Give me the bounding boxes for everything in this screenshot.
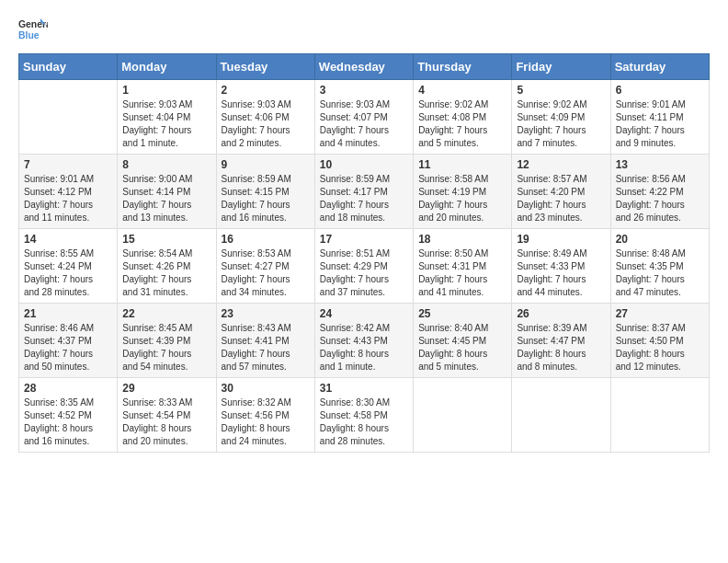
calendar-cell: 7Sunrise: 9:01 AM Sunset: 4:12 PM Daylig…	[19, 155, 118, 229]
calendar-cell: 6Sunrise: 9:01 AM Sunset: 4:11 PM Daylig…	[610, 80, 709, 155]
day-info: Sunrise: 8:35 AM Sunset: 4:52 PM Dayligh…	[24, 396, 112, 448]
day-info: Sunrise: 9:03 AM Sunset: 4:04 PM Dayligh…	[122, 98, 210, 150]
day-number: 22	[122, 307, 210, 320]
day-number: 17	[320, 233, 408, 246]
day-number: 8	[122, 158, 210, 171]
day-of-week-header: Saturday	[610, 54, 709, 80]
day-number: 30	[222, 382, 310, 395]
calendar-cell: 27Sunrise: 8:37 AM Sunset: 4:50 PM Dayli…	[610, 304, 709, 378]
day-info: Sunrise: 9:03 AM Sunset: 4:06 PM Dayligh…	[222, 98, 310, 150]
calendar-cell: 19Sunrise: 8:49 AM Sunset: 4:33 PM Dayli…	[512, 229, 610, 304]
calendar-week-row: 1Sunrise: 9:03 AM Sunset: 4:04 PM Daylig…	[19, 80, 710, 155]
day-info: Sunrise: 9:03 AM Sunset: 4:07 PM Dayligh…	[320, 98, 408, 150]
day-info: Sunrise: 8:55 AM Sunset: 4:24 PM Dayligh…	[24, 247, 112, 299]
calendar-cell	[610, 378, 709, 453]
calendar-week-row: 21Sunrise: 8:46 AM Sunset: 4:37 PM Dayli…	[19, 304, 710, 378]
day-info: Sunrise: 8:43 AM Sunset: 4:41 PM Dayligh…	[222, 322, 310, 373]
calendar-table: SundayMondayTuesdayWednesdayThursdayFrid…	[18, 53, 710, 453]
day-of-week-header: Thursday	[414, 54, 512, 80]
calendar-cell: 28Sunrise: 8:35 AM Sunset: 4:52 PM Dayli…	[19, 378, 118, 453]
day-info: Sunrise: 9:01 AM Sunset: 4:11 PM Dayligh…	[616, 98, 704, 150]
calendar-cell: 20Sunrise: 8:48 AM Sunset: 4:35 PM Dayli…	[610, 229, 709, 304]
day-info: Sunrise: 8:30 AM Sunset: 4:58 PM Dayligh…	[320, 396, 408, 448]
day-number: 21	[24, 307, 112, 320]
day-info: Sunrise: 8:50 AM Sunset: 4:31 PM Dayligh…	[418, 247, 506, 299]
calendar-cell: 22Sunrise: 8:45 AM Sunset: 4:39 PM Dayli…	[118, 304, 216, 378]
calendar-cell: 25Sunrise: 8:40 AM Sunset: 4:45 PM Dayli…	[414, 304, 512, 378]
day-number: 19	[517, 233, 605, 246]
day-info: Sunrise: 8:46 AM Sunset: 4:37 PM Dayligh…	[24, 322, 112, 373]
day-number: 13	[616, 158, 704, 171]
day-number: 24	[320, 307, 408, 320]
day-info: Sunrise: 8:49 AM Sunset: 4:33 PM Dayligh…	[517, 247, 605, 299]
calendar-cell: 29Sunrise: 8:33 AM Sunset: 4:54 PM Dayli…	[118, 378, 216, 453]
day-info: Sunrise: 8:45 AM Sunset: 4:39 PM Dayligh…	[122, 322, 210, 373]
day-of-week-header: Sunday	[19, 54, 118, 80]
day-info: Sunrise: 9:00 AM Sunset: 4:14 PM Dayligh…	[122, 173, 210, 224]
day-info: Sunrise: 8:39 AM Sunset: 4:47 PM Dayligh…	[517, 322, 605, 373]
day-number: 23	[222, 307, 310, 320]
day-number: 6	[616, 84, 704, 97]
calendar-cell: 5Sunrise: 9:02 AM Sunset: 4:09 PM Daylig…	[512, 80, 610, 155]
calendar-cell: 8Sunrise: 9:00 AM Sunset: 4:14 PM Daylig…	[118, 155, 216, 229]
day-info: Sunrise: 8:53 AM Sunset: 4:27 PM Dayligh…	[222, 247, 310, 299]
day-number: 25	[418, 307, 506, 320]
day-number: 15	[122, 233, 210, 246]
day-info: Sunrise: 9:02 AM Sunset: 4:08 PM Dayligh…	[418, 98, 506, 150]
day-info: Sunrise: 8:40 AM Sunset: 4:45 PM Dayligh…	[418, 322, 506, 373]
day-info: Sunrise: 8:54 AM Sunset: 4:26 PM Dayligh…	[122, 247, 210, 299]
calendar-cell	[19, 80, 118, 155]
day-info: Sunrise: 8:32 AM Sunset: 4:56 PM Dayligh…	[222, 396, 310, 448]
day-number: 29	[122, 382, 210, 395]
day-number: 12	[517, 158, 605, 171]
day-info: Sunrise: 8:37 AM Sunset: 4:50 PM Dayligh…	[616, 322, 704, 373]
day-number: 14	[24, 233, 112, 246]
day-info: Sunrise: 8:48 AM Sunset: 4:35 PM Dayligh…	[616, 247, 704, 299]
day-number: 2	[222, 84, 310, 97]
day-info: Sunrise: 8:33 AM Sunset: 4:54 PM Dayligh…	[122, 396, 210, 448]
day-number: 20	[616, 233, 704, 246]
calendar-cell	[414, 378, 512, 453]
day-info: Sunrise: 8:59 AM Sunset: 4:17 PM Dayligh…	[320, 173, 408, 224]
calendar-cell: 9Sunrise: 8:59 AM Sunset: 4:15 PM Daylig…	[216, 155, 314, 229]
day-number: 28	[24, 382, 112, 395]
logo: General Blue	[18, 15, 48, 44]
calendar-cell: 23Sunrise: 8:43 AM Sunset: 4:41 PM Dayli…	[216, 304, 314, 378]
calendar-cell: 15Sunrise: 8:54 AM Sunset: 4:26 PM Dayli…	[118, 229, 216, 304]
day-info: Sunrise: 9:02 AM Sunset: 4:09 PM Dayligh…	[517, 98, 605, 150]
svg-text:Blue: Blue	[18, 30, 40, 40]
day-of-week-header: Tuesday	[216, 54, 314, 80]
day-number: 16	[222, 233, 310, 246]
calendar-cell: 1Sunrise: 9:03 AM Sunset: 4:04 PM Daylig…	[118, 80, 216, 155]
day-number: 4	[418, 84, 506, 97]
day-number: 27	[616, 307, 704, 320]
calendar-cell: 31Sunrise: 8:30 AM Sunset: 4:58 PM Dayli…	[314, 378, 413, 453]
day-info: Sunrise: 8:59 AM Sunset: 4:15 PM Dayligh…	[222, 173, 310, 224]
day-number: 1	[122, 84, 210, 97]
day-info: Sunrise: 8:42 AM Sunset: 4:43 PM Dayligh…	[320, 322, 408, 373]
day-number: 18	[418, 233, 506, 246]
day-number: 26	[517, 307, 605, 320]
calendar-cell: 3Sunrise: 9:03 AM Sunset: 4:07 PM Daylig…	[314, 80, 413, 155]
calendar-cell: 12Sunrise: 8:57 AM Sunset: 4:20 PM Dayli…	[512, 155, 610, 229]
calendar-cell: 4Sunrise: 9:02 AM Sunset: 4:08 PM Daylig…	[414, 80, 512, 155]
calendar-week-row: 7Sunrise: 9:01 AM Sunset: 4:12 PM Daylig…	[19, 155, 710, 229]
calendar-header-row: SundayMondayTuesdayWednesdayThursdayFrid…	[19, 54, 710, 80]
day-number: 31	[320, 382, 408, 395]
day-number: 3	[320, 84, 408, 97]
calendar-cell: 11Sunrise: 8:58 AM Sunset: 4:19 PM Dayli…	[414, 155, 512, 229]
day-of-week-header: Wednesday	[314, 54, 413, 80]
day-number: 10	[320, 158, 408, 171]
day-of-week-header: Friday	[512, 54, 610, 80]
day-info: Sunrise: 8:58 AM Sunset: 4:19 PM Dayligh…	[418, 173, 506, 224]
day-number: 11	[418, 158, 506, 171]
calendar-cell: 14Sunrise: 8:55 AM Sunset: 4:24 PM Dayli…	[19, 229, 118, 304]
day-of-week-header: Monday	[118, 54, 216, 80]
calendar-cell: 18Sunrise: 8:50 AM Sunset: 4:31 PM Dayli…	[414, 229, 512, 304]
calendar-cell	[512, 378, 610, 453]
calendar-cell: 2Sunrise: 9:03 AM Sunset: 4:06 PM Daylig…	[216, 80, 314, 155]
calendar-cell: 26Sunrise: 8:39 AM Sunset: 4:47 PM Dayli…	[512, 304, 610, 378]
day-number: 9	[222, 158, 310, 171]
calendar-cell: 17Sunrise: 8:51 AM Sunset: 4:29 PM Dayli…	[314, 229, 413, 304]
calendar-cell: 13Sunrise: 8:56 AM Sunset: 4:22 PM Dayli…	[610, 155, 709, 229]
